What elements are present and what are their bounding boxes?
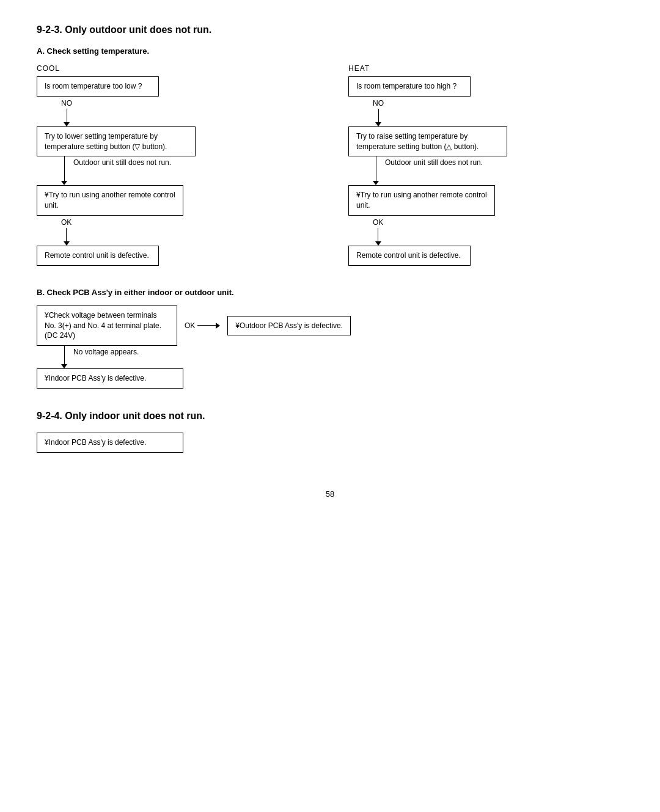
section-title: 9-2-3. Only outdoor unit does not run. bbox=[37, 24, 623, 35]
heat-arrow-head1 bbox=[375, 122, 381, 126]
cool-box3: ¥Try to run using another remote control… bbox=[37, 185, 183, 216]
heat-ok-label: OK bbox=[373, 218, 383, 227]
heat-side-text: Outdoor unit still does not run. bbox=[385, 158, 483, 168]
cool-box1: Is room temperature too low ? bbox=[37, 76, 159, 97]
heat-arrow1: NO bbox=[373, 97, 384, 126]
flowchart-area: COOL Is room temperature too low ? NO Tr… bbox=[37, 64, 623, 266]
heat-arrow2-inner bbox=[373, 156, 379, 185]
cool-arrow-head1 bbox=[64, 122, 70, 126]
cool-arrow-line1 bbox=[67, 109, 67, 122]
heat-label: HEAT bbox=[348, 64, 370, 73]
section-a-title: A. Check setting temperature. bbox=[37, 46, 623, 56]
b-arrow-down-head bbox=[61, 364, 67, 368]
heat-box1: Is room temperature too high ? bbox=[348, 76, 471, 97]
page-number: 58 bbox=[37, 489, 623, 499]
heat-arrow-head2 bbox=[373, 181, 379, 185]
page-content: 9-2-3. Only outdoor unit does not run. A… bbox=[37, 24, 623, 499]
heat-column: HEAT Is room temperature too high ? NO T… bbox=[348, 64, 623, 266]
heat-box4: Remote control unit is defective. bbox=[348, 246, 471, 266]
b-box3: ¥Indoor PCB Ass'y is defective. bbox=[37, 368, 183, 389]
heat-arrow3: OK bbox=[373, 216, 383, 246]
heat-beside-arrow: Outdoor unit still does not run. bbox=[348, 156, 483, 185]
cool-no-label: NO bbox=[61, 99, 72, 108]
cool-label: COOL bbox=[37, 64, 60, 73]
b-arrow-right: OK bbox=[185, 321, 220, 330]
section-b-title: B. Check PCB Ass'y in either indoor or o… bbox=[37, 288, 623, 297]
heat-arrow-line2 bbox=[376, 156, 376, 181]
b-below-arrow: No voltage appears. bbox=[37, 346, 623, 368]
cool-arrow-line3 bbox=[66, 228, 67, 241]
cool-arrow1: NO bbox=[61, 97, 72, 126]
cool-ok-label: OK bbox=[61, 218, 72, 227]
s924-box1: ¥Indoor PCB Ass'y is defective. bbox=[37, 433, 183, 453]
heat-box3: ¥Try to run using another remote control… bbox=[348, 185, 495, 216]
b-box2: ¥Outdoor PCB Ass'y is defective. bbox=[227, 316, 351, 336]
section-b: B. Check PCB Ass'y in either indoor or o… bbox=[37, 288, 623, 389]
section-924-title: 9-2-4. Only indoor unit does not run. bbox=[37, 411, 623, 422]
b-box1: ¥Check voltage between terminals No. 3(+… bbox=[37, 305, 177, 346]
section-a: A. Check setting temperature. COOL Is ro… bbox=[37, 46, 623, 266]
b-no-voltage-text: No voltage appears. bbox=[73, 347, 139, 357]
cool-arrow-head3 bbox=[64, 241, 70, 246]
heat-arrow-line1 bbox=[378, 109, 379, 122]
cool-column: COOL Is room temperature too low ? NO Tr… bbox=[37, 64, 312, 266]
cool-arrow-head2 bbox=[61, 181, 67, 185]
cool-box4: Remote control unit is defective. bbox=[37, 246, 159, 266]
cool-arrow2-inner bbox=[61, 156, 67, 185]
b-arrow-down-inner bbox=[61, 346, 67, 368]
heat-arrow-head3 bbox=[375, 241, 381, 246]
section-924: 9-2-4. Only indoor unit does not run. ¥I… bbox=[37, 411, 623, 453]
cool-side-text: Outdoor unit still does not run. bbox=[73, 158, 171, 168]
cool-arrow3: OK bbox=[61, 216, 72, 246]
b-arrow-down-line bbox=[64, 346, 65, 364]
b-arrow-line bbox=[197, 325, 216, 326]
heat-no-label: NO bbox=[373, 99, 384, 108]
cool-arrow-line2 bbox=[64, 156, 65, 181]
heat-arrow-line3 bbox=[378, 228, 378, 241]
b-arrow-head bbox=[216, 323, 220, 329]
heat-box2: Try to raise setting temperature by temp… bbox=[348, 126, 507, 157]
b-ok-label: OK bbox=[185, 321, 195, 330]
section-b-top: ¥Check voltage between terminals No. 3(+… bbox=[37, 305, 623, 346]
cool-beside-arrow: Outdoor unit still does not run. bbox=[37, 156, 171, 185]
cool-box2: Try to lower setting temperature by temp… bbox=[37, 126, 196, 157]
